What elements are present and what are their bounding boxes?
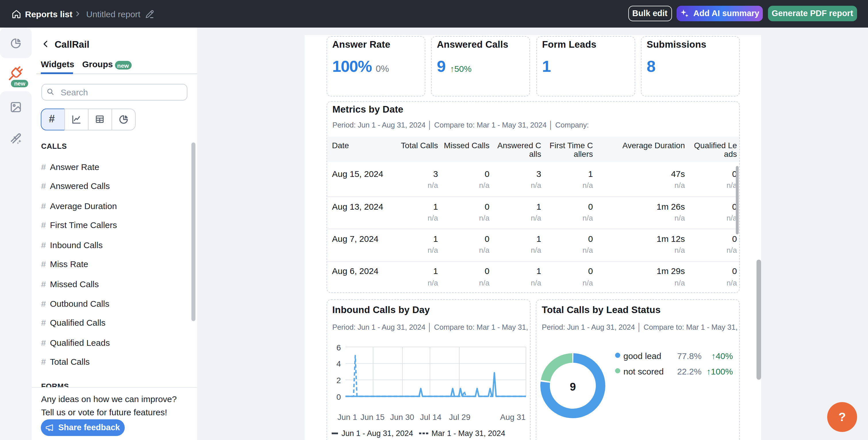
svg-text:9: 9 (570, 380, 576, 393)
